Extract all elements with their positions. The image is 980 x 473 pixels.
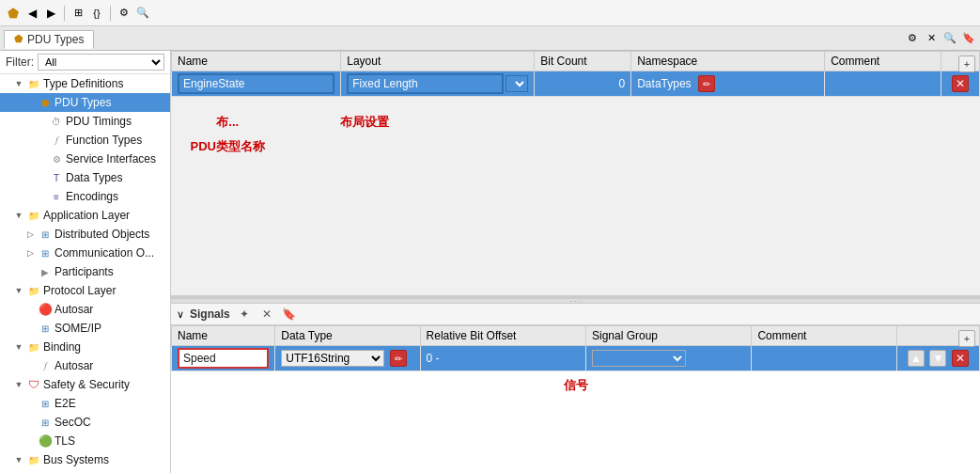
filter-select[interactable]: All (38, 54, 164, 71)
secoc-icon: ⊞ (38, 415, 53, 430)
sidebar-item-autosar-binding[interactable]: 𝑓 Autosar (0, 356, 170, 375)
name-input[interactable] (178, 73, 334, 94)
tab-label: PDU Types (27, 33, 84, 46)
tree-label-function-types: Function Types (66, 134, 142, 147)
func-icon: 𝑓 (49, 133, 64, 148)
dist-objects-icon: ⊞ (38, 227, 53, 242)
app-layer-folder-icon: 📁 (26, 208, 41, 223)
tree-label-tls: TLS (54, 434, 75, 448)
signal-move-down-button[interactable]: ▼ (929, 350, 946, 367)
signals-table: Name Data Type Relative Bit Offset Signa… (171, 325, 980, 400)
delete-row-button[interactable]: ✕ (952, 75, 969, 92)
sig-cell-actions: ▲ ▼ ✕ (896, 346, 979, 371)
tree-label-app-layer: Application Layer (43, 209, 130, 222)
sig-cell-offset: 0 - (420, 346, 585, 371)
sig-cell-group (586, 346, 752, 371)
expander-tls (24, 435, 36, 447)
namespace-edit-button[interactable]: ✏ (698, 75, 715, 92)
tree-label-dist-objects: Distributed Objects (54, 228, 149, 241)
sidebar-item-function-types[interactable]: 𝑓 Function Types (0, 131, 170, 150)
expander-type-defs: ▼ (13, 78, 24, 89)
proto-layer-folder-icon: 📁 (26, 283, 41, 298)
signal-move-up-button[interactable]: ▲ (908, 350, 925, 367)
sidebar-item-someip[interactable]: ⊞ SOME/IP (0, 319, 170, 338)
signal-delete-button[interactable]: ✕ (952, 350, 969, 367)
layout-dropdown[interactable]: ▼ (506, 75, 528, 92)
search-icon[interactable]: 🔍 (135, 6, 150, 21)
pdu-types-table: Name Layout Bit Count Namespace Comment … (171, 51, 980, 165)
signal-group-select[interactable] (592, 350, 686, 367)
sidebar-item-type-definitions[interactable]: ▼ 📁 Type Definitions (0, 74, 170, 93)
bookmark-signal-button[interactable]: 🔖 (281, 306, 298, 323)
cell-comment (825, 71, 941, 97)
sig-cell-dtype: UTF16String ✏ (275, 346, 420, 371)
tree-label-protocol-layer: Protocol Layer (43, 284, 116, 297)
redo-icon[interactable]: ▶ (43, 6, 58, 21)
layout-cell-inner: ▼ (347, 73, 528, 94)
expander-someip (24, 323, 36, 334)
signal-name-input[interactable] (178, 348, 269, 369)
signal-annotation-text: 信号 (178, 373, 974, 398)
undo-icon[interactable]: ◀ (24, 6, 39, 21)
sidebar-item-encodings[interactable]: ≡ Encodings (0, 187, 170, 206)
pdu-types-tab[interactable]: ⬟ PDU Types (4, 30, 94, 49)
sig-col-header-actions: + (896, 326, 979, 346)
add-row-button[interactable]: + (958, 55, 975, 72)
filter-label: Filter: (6, 55, 34, 69)
signals-label: Signals (190, 307, 230, 321)
sidebar-item-safety-security[interactable]: ▼ 🛡 Safety & Security (0, 375, 170, 394)
settings-icon[interactable]: ⚙ (117, 6, 132, 21)
sidebar-item-binding[interactable]: ▼ 📁 Binding (0, 338, 170, 356)
tab-action-3[interactable]: 🔍 (942, 31, 957, 46)
expander-protocol-layer: ▼ (13, 285, 24, 296)
sidebar-item-app-layer[interactable]: ▼ 📁 Application Layer (0, 206, 170, 225)
sidebar-item-data-types[interactable]: T Data Types (0, 168, 170, 187)
sidebar-item-ethernet[interactable]: ⊞ Ethernet Peer Se... (0, 469, 170, 473)
signal-annotation-row: 信号 (172, 371, 980, 401)
sidebar-item-participants[interactable]: ▶ Participants (0, 262, 170, 281)
layout-input[interactable] (347, 73, 504, 94)
sidebar-item-secoc[interactable]: ⊞ SecOC (0, 413, 170, 432)
signal-dtype-select[interactable]: UTF16String (281, 350, 384, 367)
right-panel: Name Layout Bit Count Namespace Comment … (171, 51, 980, 473)
namespace-value: DataTypes (637, 77, 691, 90)
tab-action-1[interactable]: ⚙ (905, 31, 920, 46)
signal-row[interactable]: UTF16String ✏ 0 - (172, 346, 980, 371)
sidebar-item-bus-systems[interactable]: ▼ 📁 Bus Systems (0, 450, 170, 469)
expander-e2e (24, 398, 36, 409)
table-row[interactable]: ▼ 0 DataTypes ✏ ✕ (172, 71, 980, 97)
sidebar-item-protocol-layer[interactable]: ▼ 📁 Protocol Layer (0, 281, 170, 300)
sidebar-item-autosar[interactable]: 🔴 Autosar (0, 300, 170, 319)
app-icon: ⬟ (6, 6, 21, 21)
signal-dtype-edit-button[interactable]: ✏ (390, 350, 407, 367)
sidebar-item-pdu-types[interactable]: ⬟ PDU Types (0, 93, 170, 112)
sidebar: Filter: All ▼ 📁 Type Definitions ⬟ PDU T… (0, 51, 171, 473)
col-header-actions: + (941, 52, 979, 71)
add-signal-button[interactable]: ✦ (236, 306, 253, 323)
tab-action-4[interactable]: 🔖 (961, 31, 976, 46)
tree-label-someip: SOME/IP (54, 322, 101, 335)
add-signal-row-button[interactable]: + (958, 330, 975, 347)
sig-offset-value: 0 - (427, 352, 440, 365)
tab-action-2[interactable]: ✕ (924, 31, 939, 46)
sidebar-item-e2e[interactable]: ⊞ E2E (0, 394, 170, 413)
delete-signal-button[interactable]: ✕ (258, 306, 275, 323)
sidebar-item-pdu-timings[interactable]: ⏱ PDU Timings (0, 112, 170, 131)
dtype-icon: T (49, 170, 64, 185)
expander-svc-ifaces (36, 153, 47, 165)
sig-col-header-group: Signal Group (586, 326, 752, 346)
col-header-comment: Comment (825, 52, 941, 71)
expander-pdu-types (24, 97, 36, 108)
sidebar-item-comm-objects[interactable]: ▷ ⊞ Communication O... (0, 244, 170, 262)
grid-icon[interactable]: ⊞ (70, 6, 86, 21)
tree-label-e2e: E2E (54, 397, 76, 410)
sidebar-item-tls[interactable]: 🟢 TLS (0, 432, 170, 450)
sidebar-item-dist-objects[interactable]: ▷ ⊞ Distributed Objects (0, 225, 170, 244)
sidebar-item-service-interfaces[interactable]: ⚙ Service Interfaces (0, 150, 170, 168)
code-icon[interactable]: {} (89, 6, 104, 21)
safety-security-icon: 🛡 (26, 377, 41, 392)
cell-layout: ▼ (341, 71, 535, 97)
signals-expand-icon[interactable]: ∨ (177, 308, 184, 321)
expander-func-types (36, 134, 47, 146)
toolbar: ⬟ ◀ ▶ ⊞ {} ⚙ 🔍 (0, 0, 980, 26)
